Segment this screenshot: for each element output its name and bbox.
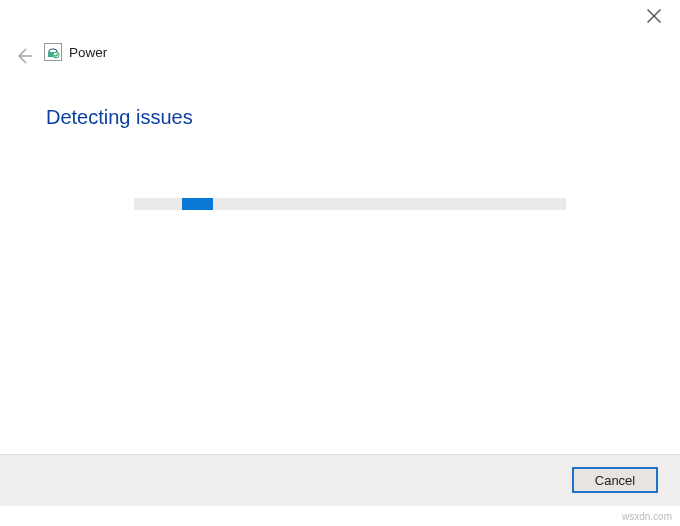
- close-icon[interactable]: [646, 8, 662, 24]
- page-title: Detecting issues: [46, 106, 193, 129]
- footer-bar: Cancel: [0, 454, 680, 506]
- watermark-text: wsxdn.com: [622, 511, 672, 522]
- progress-bar: [134, 198, 566, 210]
- breadcrumb: Power: [44, 43, 107, 61]
- progress-indicator: [182, 198, 213, 210]
- svg-point-5: [53, 52, 59, 58]
- main-panel: Power Detecting issues: [0, 0, 680, 454]
- cancel-button[interactable]: Cancel: [572, 467, 658, 493]
- troubleshooter-icon: [44, 43, 62, 61]
- back-arrow-icon[interactable]: [14, 46, 34, 66]
- breadcrumb-title: Power: [69, 45, 107, 60]
